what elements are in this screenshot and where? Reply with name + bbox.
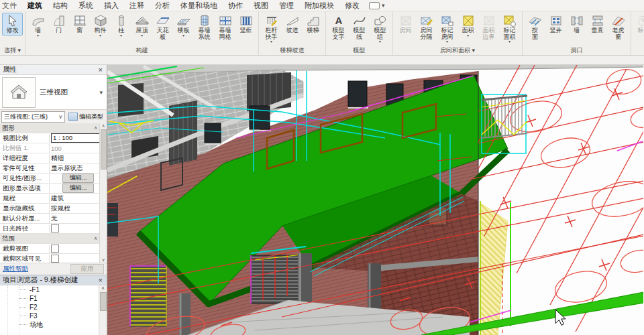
ribbon-tab-9[interactable]: 协作 — [223, 0, 248, 11]
apply-button[interactable]: 应用 — [70, 264, 104, 274]
project-browser-title-bar[interactable]: 项目浏览器 - 9.楼梯创建 × — [0, 275, 107, 285]
tool-floor-button[interactable]: 楼板▾ — [173, 13, 194, 39]
ribbon-panel-label[interactable]: 选择 ▾ — [1, 46, 24, 55]
edit-button[interactable]: 编辑... — [62, 174, 95, 183]
property-value[interactable]: 精细 — [50, 154, 107, 163]
edit-type-button[interactable]: 编辑类型 — [66, 112, 105, 122]
ribbon-tab-4[interactable]: 系统 — [73, 0, 99, 11]
ribbon-panel-label[interactable]: 基准 — [632, 46, 644, 55]
properties-title-bar[interactable]: 属性 × — [0, 65, 107, 75]
tool-shaft-button[interactable]: 竖井 — [545, 13, 566, 36]
ribbon-panel-label[interactable]: 房间和面积 ▾ — [394, 46, 521, 55]
tree-item-F1[interactable]: F1 — [0, 294, 107, 303]
ribbon-tab-5[interactable]: 插入 — [99, 0, 124, 11]
property-row: 默认分析显...无 — [0, 214, 107, 224]
type-name: 三维视图 — [36, 88, 99, 97]
ribbon-tab-8[interactable]: 体量和场地 — [175, 0, 223, 11]
scroll-down-icon[interactable]: ∨ — [101, 257, 105, 263]
edit-button[interactable]: 编辑... — [62, 184, 95, 193]
property-value-input[interactable]: 1 : 100 — [51, 133, 105, 143]
tool-railing-button[interactable]: 栏杆扶手▾ — [261, 13, 282, 45]
tool-area-button[interactable]: 面积▾ — [458, 13, 478, 39]
type-selector[interactable]: 三维视图 ▾ — [0, 75, 107, 110]
chevron-down-icon[interactable]: ▾ — [99, 89, 105, 96]
property-value[interactable]: 建筑 — [50, 194, 107, 203]
tool-mullion-button[interactable]: 竖框 — [235, 13, 256, 36]
tool-curtain-system-button[interactable]: 幕墙 系统 — [194, 13, 215, 42]
properties-scrollbar[interactable]: ∧∨ — [99, 123, 107, 263]
ribbon-tab-10[interactable]: 视图 — [248, 0, 274, 11]
tool-label: 模型 线 — [354, 27, 366, 40]
property-checkbox[interactable] — [51, 245, 59, 253]
tool-curtain-grid-button[interactable]: 幕墙 网格 — [215, 13, 235, 42]
tool-dormer-button[interactable]: 老虎窗 — [608, 13, 629, 42]
scroll-up-icon[interactable]: ∧ — [101, 123, 105, 129]
tool-wall-button[interactable]: 墙▾ — [28, 13, 48, 39]
property-checkbox[interactable] — [51, 255, 59, 263]
scrollbar-thumb[interactable] — [101, 129, 107, 170]
mullion-icon — [239, 14, 254, 27]
ribbon-panel-label[interactable]: 构建 — [26, 46, 258, 55]
project-browser: 项目浏览器 - 9.楼梯创建 × -F1F1F2F3场地∧ — [0, 275, 107, 335]
tool-vertical-opening-button[interactable]: 垂直 — [587, 13, 608, 36]
scrollbar-thumb[interactable] — [100, 292, 107, 311]
chevron-down-icon: ▾ — [37, 34, 39, 38]
tool-tag-room-button[interactable]: 标记 房间▾ — [437, 13, 458, 45]
ribbon-panel-label[interactable]: 楼梯坡道 — [260, 46, 325, 55]
ribbon-panel-label[interactable]: 洞口 — [523, 46, 630, 55]
viewport-3d-view[interactable] — [107, 65, 644, 335]
ribbon-tab-6[interactable]: 注释 — [124, 0, 150, 11]
tool-column-button[interactable]: 柱▾ — [111, 13, 131, 39]
tool-roof-button[interactable]: 屋顶▾ — [131, 13, 152, 39]
tree-item--F1[interactable]: -F1 — [0, 285, 107, 294]
tool-ramp-button[interactable]: 坡道 — [282, 13, 303, 36]
tool-modify-button[interactable]: 修改 — [2, 13, 23, 36]
property-value[interactable]: 显示原状态 — [50, 164, 107, 173]
model-canvas[interactable] — [107, 65, 643, 335]
ribbon-panel-tools: 标高轴网 — [632, 11, 644, 46]
instance-select-value: 三维视图: (三维) — [4, 113, 48, 121]
type-preview-box — [2, 77, 36, 108]
tool-component-button[interactable]: 构件▾ — [90, 13, 111, 39]
ribbon-tab-1[interactable]: 文件 — [0, 0, 22, 11]
ribbon-tab-3[interactable]: 结构 — [48, 0, 73, 11]
property-section-header[interactable]: 范围∧ — [0, 234, 107, 244]
ribbon-tab-12[interactable]: 附加模块 — [299, 0, 339, 11]
property-checkbox[interactable] — [51, 224, 59, 232]
tool-ceiling-button[interactable]: 天花板 — [152, 13, 173, 42]
property-value[interactable]: 无 — [50, 214, 107, 223]
property-value[interactable]: 按规程 — [50, 204, 107, 213]
close-icon[interactable]: × — [97, 276, 104, 284]
scroll-up-icon[interactable]: ∧ — [101, 285, 105, 290]
chevron-down-icon: ▾ — [182, 34, 184, 38]
browser-scrollbar[interactable]: ∧ — [99, 285, 107, 335]
tool-window-button[interactable]: 窗 — [69, 13, 90, 36]
tool-stair-button[interactable]: 楼梯 — [303, 13, 323, 36]
ribbon-panel-label[interactable]: 模型 — [327, 46, 392, 55]
tool-wall-opening-button[interactable]: 墙 — [566, 13, 587, 36]
ribbon-tab-2[interactable]: 建筑 — [22, 0, 48, 11]
ribbon-tab-13[interactable]: 修改 — [339, 0, 365, 11]
property-value — [50, 255, 107, 263]
tree-item-场地[interactable]: 场地 — [0, 320, 107, 329]
tree-item-F3[interactable]: F3 — [0, 312, 107, 320]
ribbon-display-toggle[interactable]: ▾ — [369, 2, 385, 9]
tool-room-separator-button[interactable]: 房间 分隔 — [416, 13, 437, 42]
ribbon-tab-7[interactable]: 分析 — [150, 0, 175, 11]
window-icon — [72, 14, 87, 27]
tool-tag-area-button[interactable]: 标记 面积▾ — [499, 13, 520, 45]
tool-model-text-button[interactable]: A模型 文字 — [328, 13, 349, 42]
property-section-header[interactable]: 图形∧ — [0, 123, 107, 133]
ribbon: 修改选择 ▾墙▾门窗构件▾柱▾屋顶▾天花板楼板▾幕墙 系统幕墙 网格竖框构建栏杆… — [0, 11, 644, 56]
tree-item-F2[interactable]: F2 — [0, 303, 107, 312]
properties-help-link[interactable]: 属性帮助 — [3, 265, 28, 273]
ribbon-tab-11[interactable]: 管理 — [274, 0, 299, 11]
room-icon — [398, 14, 413, 27]
tool-model-line-button[interactable]: 模型 线 — [349, 13, 370, 42]
close-icon[interactable]: × — [97, 66, 104, 74]
tool-door-button[interactable]: 门 — [48, 13, 69, 36]
tool-model-group-button[interactable]: 模型 组▾ — [370, 13, 390, 45]
instance-select[interactable]: 三维视图: (三维) ∨ — [1, 111, 65, 123]
property-row: 图形显示选项编辑... — [0, 184, 107, 194]
tool-by-face-button[interactable]: 按 面 — [525, 13, 545, 42]
